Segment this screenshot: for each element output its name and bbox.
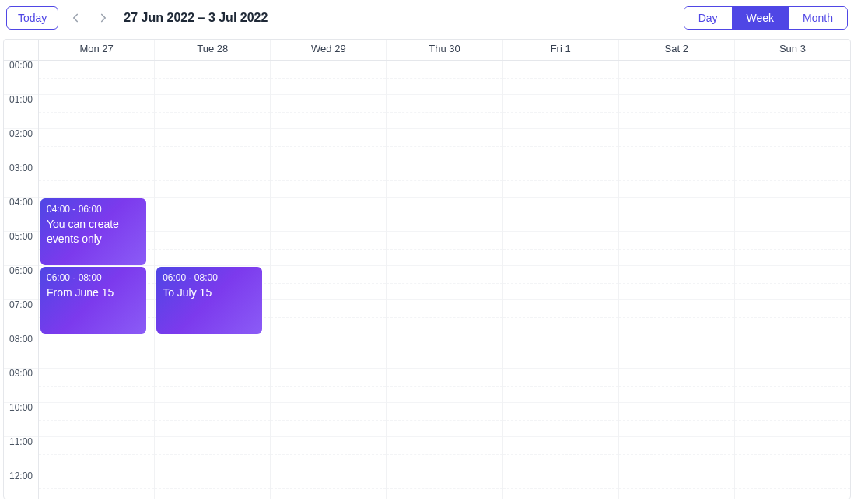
time-cell[interactable]: [39, 163, 154, 198]
time-cell[interactable]: [387, 232, 502, 266]
time-cell[interactable]: [387, 129, 502, 163]
time-cell[interactable]: [271, 95, 386, 129]
time-cell[interactable]: [271, 334, 386, 369]
time-cell[interactable]: [39, 369, 154, 403]
time-cell[interactable]: [503, 232, 618, 266]
time-cell[interactable]: [619, 334, 734, 369]
time-cell[interactable]: [735, 129, 850, 163]
calendar-event[interactable]: 06:00 - 08:00To July 15: [156, 267, 262, 334]
time-cell[interactable]: [619, 163, 734, 198]
time-cell[interactable]: [387, 61, 502, 95]
time-cell[interactable]: [387, 266, 502, 300]
time-cell[interactable]: [39, 95, 154, 129]
today-button[interactable]: Today: [6, 6, 58, 30]
calendar-event[interactable]: 06:00 - 08:00From June 15: [40, 267, 146, 334]
time-cell[interactable]: [155, 95, 270, 129]
time-cell[interactable]: [387, 198, 502, 232]
time-cell[interactable]: [387, 334, 502, 369]
time-cell[interactable]: [387, 403, 502, 437]
time-cell[interactable]: [503, 163, 618, 198]
time-cell[interactable]: [39, 437, 154, 471]
view-week-button[interactable]: Week: [732, 7, 789, 29]
time-cell[interactable]: [619, 437, 734, 471]
calendar-event[interactable]: 04:00 - 06:00You can create events only: [40, 198, 146, 265]
time-cell[interactable]: [503, 95, 618, 129]
day-header[interactable]: Sun 3: [735, 40, 850, 60]
time-cell[interactable]: [387, 437, 502, 471]
time-cell[interactable]: [503, 61, 618, 95]
time-cell[interactable]: [735, 300, 850, 334]
time-cell[interactable]: [155, 198, 270, 232]
calendar-grid-scroll[interactable]: 00:0001:0002:0003:0004:0005:0006:0007:00…: [4, 61, 850, 499]
time-cell[interactable]: [735, 334, 850, 369]
prev-button[interactable]: [65, 7, 86, 29]
next-button[interactable]: [93, 7, 114, 29]
time-cell[interactable]: [387, 95, 502, 129]
view-month-button[interactable]: Month: [788, 7, 847, 29]
time-cell[interactable]: [155, 334, 270, 369]
time-cell[interactable]: [155, 403, 270, 437]
time-cell[interactable]: [155, 471, 270, 499]
time-cell[interactable]: [387, 369, 502, 403]
day-header[interactable]: Sat 2: [619, 40, 735, 60]
time-cell[interactable]: [619, 403, 734, 437]
time-cell[interactable]: [503, 129, 618, 163]
day-header[interactable]: Wed 29: [271, 40, 387, 60]
time-cell[interactable]: [155, 163, 270, 198]
day-column[interactable]: [503, 61, 619, 499]
day-column[interactable]: 06:00 - 08:00To July 15: [155, 61, 271, 499]
time-cell[interactable]: [155, 61, 270, 95]
time-cell[interactable]: [735, 95, 850, 129]
time-cell[interactable]: [271, 403, 386, 437]
time-cell[interactable]: [619, 129, 734, 163]
day-column[interactable]: [735, 61, 850, 499]
time-cell[interactable]: [155, 232, 270, 266]
time-cell[interactable]: [387, 300, 502, 334]
day-column[interactable]: [271, 61, 387, 499]
time-cell[interactable]: [735, 471, 850, 499]
day-column[interactable]: 04:00 - 06:00You can create events only0…: [39, 61, 155, 499]
time-cell[interactable]: [155, 437, 270, 471]
time-cell[interactable]: [735, 437, 850, 471]
time-cell[interactable]: [155, 369, 270, 403]
time-cell[interactable]: [503, 198, 618, 232]
time-cell[interactable]: [39, 61, 154, 95]
time-cell[interactable]: [271, 300, 386, 334]
time-cell[interactable]: [503, 369, 618, 403]
time-cell[interactable]: [271, 266, 386, 300]
time-cell[interactable]: [503, 437, 618, 471]
time-cell[interactable]: [387, 471, 502, 499]
time-cell[interactable]: [503, 403, 618, 437]
time-cell[interactable]: [735, 369, 850, 403]
day-header[interactable]: Tue 28: [155, 40, 271, 60]
time-cell[interactable]: [735, 266, 850, 300]
time-cell[interactable]: [503, 471, 618, 499]
time-cell[interactable]: [271, 198, 386, 232]
time-cell[interactable]: [619, 369, 734, 403]
time-cell[interactable]: [735, 61, 850, 95]
day-column[interactable]: [387, 61, 502, 499]
time-cell[interactable]: [735, 403, 850, 437]
time-cell[interactable]: [619, 300, 734, 334]
time-cell[interactable]: [271, 232, 386, 266]
time-cell[interactable]: [735, 232, 850, 266]
time-cell[interactable]: [271, 129, 386, 163]
time-cell[interactable]: [39, 403, 154, 437]
time-cell[interactable]: [735, 198, 850, 232]
time-cell[interactable]: [155, 129, 270, 163]
time-cell[interactable]: [619, 61, 734, 95]
time-cell[interactable]: [503, 266, 618, 300]
time-cell[interactable]: [503, 334, 618, 369]
time-cell[interactable]: [619, 95, 734, 129]
time-cell[interactable]: [619, 232, 734, 266]
day-column[interactable]: [619, 61, 735, 499]
time-cell[interactable]: [271, 437, 386, 471]
time-cell[interactable]: [387, 163, 502, 198]
day-header[interactable]: Fri 1: [503, 40, 619, 60]
day-header[interactable]: Thu 30: [387, 40, 502, 60]
day-header[interactable]: Mon 27: [39, 40, 155, 60]
view-day-button[interactable]: Day: [684, 7, 732, 29]
time-cell[interactable]: [271, 61, 386, 95]
time-cell[interactable]: [271, 163, 386, 198]
time-cell[interactable]: [735, 163, 850, 198]
